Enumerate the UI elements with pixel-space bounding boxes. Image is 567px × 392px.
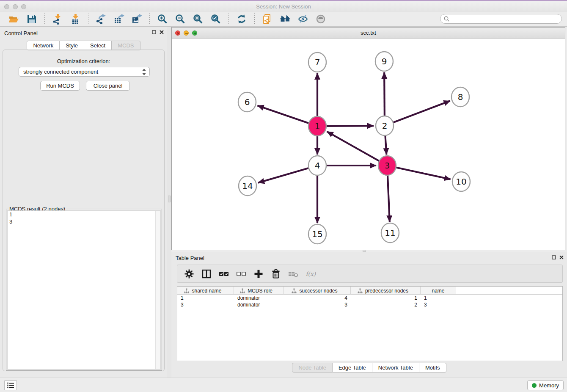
- network-graph-canvas[interactable]: 7968124314101511: [172, 39, 565, 250]
- graph-node-8[interactable]: 8: [451, 87, 469, 107]
- network-window-titlebar[interactable]: scc.txt: [172, 28, 565, 39]
- cell-successor-nodes[interactable]: 4: [284, 295, 351, 301]
- graph-node-7[interactable]: 7: [308, 52, 326, 72]
- birdseye-view-icon[interactable]: [315, 13, 327, 25]
- graph-node-10[interactable]: 10: [452, 172, 470, 191]
- column-header-name[interactable]: name: [421, 287, 456, 295]
- open-folder-icon[interactable]: [8, 13, 20, 25]
- graph-node-9[interactable]: 9: [375, 52, 393, 71]
- table-row[interactable]: 3dominator323: [177, 301, 562, 308]
- table-toolbar: f(x): [177, 265, 563, 283]
- cell-name[interactable]: 1: [421, 295, 456, 301]
- svg-text:2: 2: [382, 121, 388, 131]
- network-minimize-button[interactable]: [184, 30, 189, 36]
- export-network-icon[interactable]: [95, 13, 107, 25]
- graph-node-4[interactable]: 4: [308, 156, 326, 175]
- zoom-out-icon[interactable]: [174, 13, 186, 25]
- table-tab-node-table[interactable]: Node Table: [292, 363, 333, 373]
- export-table-icon[interactable]: [113, 13, 125, 25]
- memory-status-icon: [532, 383, 537, 388]
- table-settings-icon[interactable]: [184, 268, 195, 279]
- control-panel: Control Panel NetworkStyleSelectMCDS Opt…: [0, 27, 167, 378]
- graph-node-6[interactable]: 6: [238, 92, 256, 112]
- control-tab-style[interactable]: Style: [60, 41, 84, 50]
- result-scrollbar[interactable]: [155, 211, 160, 369]
- apply-function-icon[interactable]: f(x): [305, 268, 316, 279]
- table-tab-edge-table[interactable]: Edge Table: [333, 363, 372, 373]
- cell-MCDS-role[interactable]: dominator: [234, 295, 284, 301]
- edge-3-10[interactable]: [387, 166, 451, 179]
- cell-successor-nodes[interactable]: 3: [284, 301, 351, 308]
- column-header-MCDS-role[interactable]: MCDS role: [234, 287, 284, 295]
- network-close-button[interactable]: [175, 30, 180, 36]
- delete-column-icon[interactable]: [270, 268, 281, 279]
- add-column-icon[interactable]: [253, 268, 264, 279]
- delete-table-icon[interactable]: [288, 268, 299, 279]
- table-panel-title: Table Panel: [176, 255, 204, 261]
- close-panel-icon[interactable]: [559, 255, 564, 259]
- memory-button[interactable]: Memory: [527, 380, 564, 390]
- cell-predecessor-nodes[interactable]: 1: [351, 295, 421, 301]
- zoom-fit-icon[interactable]: [192, 13, 204, 25]
- cell-MCDS-role[interactable]: dominator: [234, 301, 284, 308]
- deselect-all-icon[interactable]: [236, 268, 247, 279]
- table-row[interactable]: 1dominator411: [177, 295, 562, 301]
- graph-node-14[interactable]: 14: [239, 176, 256, 196]
- split-panel-icon[interactable]: [201, 268, 212, 279]
- float-panel-icon[interactable]: [552, 255, 556, 259]
- zoom-in-icon[interactable]: [157, 13, 168, 25]
- sort-hierarchy-icon: [240, 288, 245, 293]
- search-input[interactable]: [450, 15, 561, 23]
- column-header-successor-nodes[interactable]: successor nodes: [284, 287, 351, 295]
- mcds-result-list[interactable]: 13: [7, 210, 161, 370]
- svg-text:15: 15: [312, 229, 322, 239]
- close-panel-icon[interactable]: [160, 30, 164, 34]
- column-header-label: shared name: [192, 288, 221, 294]
- search-field[interactable]: [440, 14, 562, 24]
- table-tab-motifs[interactable]: Motifs: [419, 363, 446, 373]
- network-maximize-button[interactable]: [192, 30, 197, 36]
- minimize-window-button[interactable]: [13, 4, 18, 9]
- select-all-icon[interactable]: [218, 268, 229, 279]
- save-icon[interactable]: [26, 13, 38, 25]
- cell-shared-name[interactable]: 1: [177, 295, 234, 301]
- refresh-layout-icon[interactable]: [236, 13, 248, 25]
- close-panel-button[interactable]: Close panel: [86, 81, 130, 91]
- vertical-splitter[interactable]: [167, 27, 171, 378]
- float-panel-icon[interactable]: [152, 30, 156, 34]
- export-image-icon[interactable]: [131, 13, 143, 25]
- control-tab-mcds[interactable]: MCDS: [112, 41, 140, 50]
- home-overview-icon[interactable]: [279, 13, 291, 25]
- graph-node-1[interactable]: 1: [308, 116, 326, 136]
- column-header-predecessor-nodes[interactable]: predecessor nodes: [351, 287, 421, 295]
- graph-node-15[interactable]: 15: [308, 224, 326, 244]
- column-header-shared-name[interactable]: shared name: [177, 287, 234, 295]
- edge-2-8[interactable]: [385, 101, 450, 126]
- graph-node-3[interactable]: 3: [378, 156, 396, 175]
- copy-network-icon[interactable]: [261, 13, 273, 25]
- graph-node-11[interactable]: 11: [381, 223, 399, 243]
- task-history-button[interactable]: [4, 380, 17, 390]
- search-icon: [443, 16, 450, 22]
- zoom-selected-icon[interactable]: [210, 13, 222, 25]
- run-mcds-button[interactable]: Run MCDS: [40, 81, 80, 91]
- cell-name[interactable]: 3: [421, 301, 456, 308]
- toolbar-separator: [254, 13, 255, 25]
- control-tab-network[interactable]: Network: [27, 41, 60, 50]
- network-view-window: scc.txt 7968124314101511: [171, 27, 565, 250]
- graph-node-2[interactable]: 2: [376, 116, 394, 135]
- svg-text:8: 8: [458, 92, 463, 102]
- cell-predecessor-nodes[interactable]: 2: [351, 301, 421, 308]
- splitter-handle[interactable]: [168, 196, 171, 202]
- close-window-button[interactable]: [4, 4, 9, 9]
- cell-shared-name[interactable]: 3: [177, 301, 234, 308]
- edge-3-1[interactable]: [327, 132, 387, 166]
- hide-graphics-details-icon[interactable]: [297, 13, 309, 25]
- control-tab-select[interactable]: Select: [84, 41, 112, 50]
- import-table-icon[interactable]: [69, 13, 81, 25]
- import-network-icon[interactable]: [52, 13, 63, 25]
- zoom-window-button[interactable]: [21, 4, 26, 9]
- main-toolbar: [0, 12, 567, 27]
- table-tab-network-table[interactable]: Network Table: [372, 363, 419, 373]
- optimization-criterion-select[interactable]: strongly connected component: [19, 67, 150, 77]
